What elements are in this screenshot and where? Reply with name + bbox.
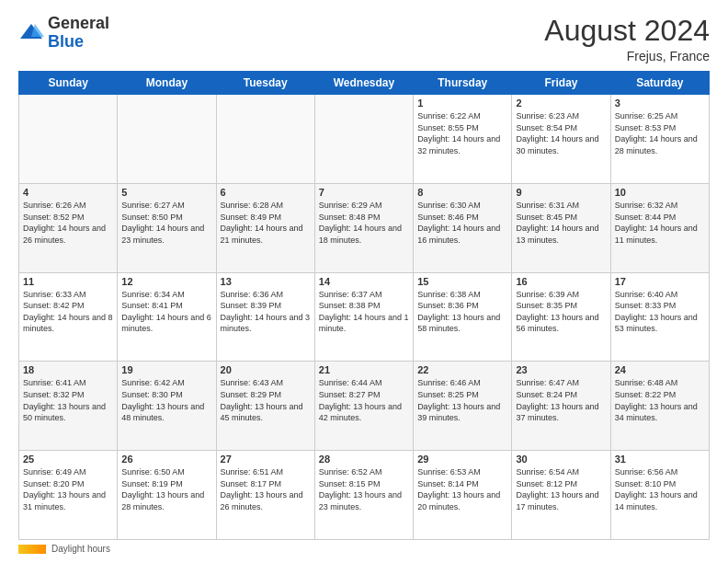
- day-info: Sunrise: 6:34 AM Sunset: 8:41 PM Dayligh…: [121, 289, 211, 335]
- calendar-cell: 20Sunrise: 6:43 AM Sunset: 8:29 PM Dayli…: [216, 362, 314, 451]
- day-number: 31: [615, 454, 705, 465]
- day-info: Sunrise: 6:30 AM Sunset: 8:46 PM Dayligh…: [417, 200, 507, 246]
- calendar-week-row: 18Sunrise: 6:41 AM Sunset: 8:32 PM Dayli…: [19, 362, 710, 451]
- calendar-cell: [314, 95, 413, 184]
- day-number: 22: [417, 364, 507, 375]
- day-info: Sunrise: 6:26 AM Sunset: 8:52 PM Dayligh…: [23, 200, 113, 246]
- day-number: 11: [23, 276, 113, 287]
- day-info: Sunrise: 6:52 AM Sunset: 8:15 PM Dayligh…: [319, 466, 409, 512]
- day-number: 7: [319, 187, 409, 198]
- calendar-cell: 11Sunrise: 6:33 AM Sunset: 8:42 PM Dayli…: [19, 272, 118, 362]
- day-info: Sunrise: 6:56 AM Sunset: 8:10 PM Dayligh…: [615, 466, 705, 512]
- calendar-cell: 2Sunrise: 6:23 AM Sunset: 8:54 PM Daylig…: [512, 95, 610, 184]
- day-number: 24: [615, 364, 705, 375]
- calendar-cell: 18Sunrise: 6:41 AM Sunset: 8:32 PM Dayli…: [19, 362, 118, 451]
- day-number: 23: [516, 364, 606, 375]
- footer: Daylight hours: [18, 544, 710, 554]
- day-number: 26: [121, 454, 211, 465]
- day-number: 5: [121, 187, 211, 198]
- calendar-cell: 12Sunrise: 6:34 AM Sunset: 8:41 PM Dayli…: [118, 272, 216, 362]
- calendar-week-row: 1Sunrise: 6:22 AM Sunset: 8:55 PM Daylig…: [19, 95, 710, 184]
- day-number: 15: [417, 276, 507, 287]
- calendar-cell: 9Sunrise: 6:31 AM Sunset: 8:45 PM Daylig…: [512, 183, 610, 272]
- day-number: 17: [615, 276, 705, 287]
- calendar-cell: 31Sunrise: 6:56 AM Sunset: 8:10 PM Dayli…: [610, 451, 709, 540]
- day-info: Sunrise: 6:41 AM Sunset: 8:32 PM Dayligh…: [23, 377, 113, 423]
- day-number: 18: [23, 364, 113, 375]
- day-number: 16: [516, 276, 606, 287]
- calendar-cell: 16Sunrise: 6:39 AM Sunset: 8:35 PM Dayli…: [512, 272, 610, 362]
- day-info: Sunrise: 6:54 AM Sunset: 8:12 PM Dayligh…: [516, 466, 606, 512]
- day-info: Sunrise: 6:38 AM Sunset: 8:36 PM Dayligh…: [417, 289, 507, 335]
- month-year: August 2024: [544, 15, 710, 47]
- calendar-cell: 30Sunrise: 6:54 AM Sunset: 8:12 PM Dayli…: [512, 451, 610, 540]
- logo: General Blue: [18, 15, 109, 52]
- calendar-cell: 24Sunrise: 6:48 AM Sunset: 8:22 PM Dayli…: [610, 362, 709, 451]
- day-number: 4: [23, 187, 113, 198]
- day-number: 30: [516, 454, 606, 465]
- day-info: Sunrise: 6:42 AM Sunset: 8:30 PM Dayligh…: [121, 377, 211, 423]
- day-info: Sunrise: 6:28 AM Sunset: 8:49 PM Dayligh…: [221, 200, 311, 246]
- calendar-cell: [19, 95, 118, 184]
- day-number: 21: [319, 364, 409, 375]
- day-info: Sunrise: 6:36 AM Sunset: 8:39 PM Dayligh…: [221, 289, 311, 335]
- calendar-cell: 28Sunrise: 6:52 AM Sunset: 8:15 PM Dayli…: [314, 451, 413, 540]
- location: Frejus, France: [544, 49, 710, 63]
- day-info: Sunrise: 6:47 AM Sunset: 8:24 PM Dayligh…: [516, 377, 606, 423]
- day-number: 19: [121, 364, 211, 375]
- day-info: Sunrise: 6:43 AM Sunset: 8:29 PM Dayligh…: [221, 377, 311, 423]
- day-info: Sunrise: 6:53 AM Sunset: 8:14 PM Dayligh…: [417, 466, 507, 512]
- calendar-cell: 10Sunrise: 6:32 AM Sunset: 8:44 PM Dayli…: [610, 183, 709, 272]
- day-number: 27: [221, 454, 311, 465]
- calendar-cell: 3Sunrise: 6:25 AM Sunset: 8:53 PM Daylig…: [610, 95, 709, 184]
- day-info: Sunrise: 6:25 AM Sunset: 8:53 PM Dayligh…: [615, 110, 705, 156]
- calendar-cell: 27Sunrise: 6:51 AM Sunset: 8:17 PM Dayli…: [216, 451, 314, 540]
- day-info: Sunrise: 6:29 AM Sunset: 8:48 PM Dayligh…: [319, 200, 409, 246]
- day-info: Sunrise: 6:32 AM Sunset: 8:44 PM Dayligh…: [615, 200, 705, 246]
- logo-icon: [18, 20, 44, 46]
- calendar-week-row: 11Sunrise: 6:33 AM Sunset: 8:42 PM Dayli…: [19, 272, 710, 362]
- day-number: 14: [319, 276, 409, 287]
- day-info: Sunrise: 6:37 AM Sunset: 8:38 PM Dayligh…: [319, 289, 409, 335]
- day-info: Sunrise: 6:27 AM Sunset: 8:50 PM Dayligh…: [121, 200, 211, 246]
- calendar-cell: 19Sunrise: 6:42 AM Sunset: 8:30 PM Dayli…: [118, 362, 216, 451]
- calendar-cell: 6Sunrise: 6:28 AM Sunset: 8:49 PM Daylig…: [216, 183, 314, 272]
- day-info: Sunrise: 6:46 AM Sunset: 8:25 PM Dayligh…: [417, 377, 507, 423]
- calendar-cell: 5Sunrise: 6:27 AM Sunset: 8:50 PM Daylig…: [118, 183, 216, 272]
- svg-marker-1: [31, 24, 44, 37]
- daylight-label: Daylight hours: [51, 544, 110, 554]
- day-number: 1: [417, 98, 507, 109]
- calendar-cell: 25Sunrise: 6:49 AM Sunset: 8:20 PM Dayli…: [19, 451, 118, 540]
- day-info: Sunrise: 6:33 AM Sunset: 8:42 PM Dayligh…: [23, 289, 113, 335]
- day-info: Sunrise: 6:22 AM Sunset: 8:55 PM Dayligh…: [417, 110, 507, 156]
- calendar-header-tuesday: Tuesday: [216, 72, 314, 95]
- calendar-cell: 22Sunrise: 6:46 AM Sunset: 8:25 PM Dayli…: [414, 362, 512, 451]
- day-number: 10: [615, 187, 705, 198]
- calendar-cell: 14Sunrise: 6:37 AM Sunset: 8:38 PM Dayli…: [314, 272, 413, 362]
- day-info: Sunrise: 6:50 AM Sunset: 8:19 PM Dayligh…: [121, 466, 211, 512]
- calendar-cell: 13Sunrise: 6:36 AM Sunset: 8:39 PM Dayli…: [216, 272, 314, 362]
- day-info: Sunrise: 6:40 AM Sunset: 8:33 PM Dayligh…: [615, 289, 705, 335]
- calendar-header-wednesday: Wednesday: [314, 72, 413, 95]
- day-number: 13: [221, 276, 311, 287]
- calendar-week-row: 4Sunrise: 6:26 AM Sunset: 8:52 PM Daylig…: [19, 183, 710, 272]
- day-number: 3: [615, 98, 705, 109]
- day-number: 20: [221, 364, 311, 375]
- calendar-week-row: 25Sunrise: 6:49 AM Sunset: 8:20 PM Dayli…: [19, 451, 710, 540]
- day-info: Sunrise: 6:23 AM Sunset: 8:54 PM Dayligh…: [516, 110, 606, 156]
- day-number: 8: [417, 187, 507, 198]
- calendar-cell: 8Sunrise: 6:30 AM Sunset: 8:46 PM Daylig…: [414, 183, 512, 272]
- calendar-cell: 29Sunrise: 6:53 AM Sunset: 8:14 PM Dayli…: [414, 451, 512, 540]
- day-info: Sunrise: 6:44 AM Sunset: 8:27 PM Dayligh…: [319, 377, 409, 423]
- day-info: Sunrise: 6:51 AM Sunset: 8:17 PM Dayligh…: [221, 466, 311, 512]
- calendar-header-monday: Monday: [118, 72, 216, 95]
- calendar-header-thursday: Thursday: [414, 72, 512, 95]
- logo-text: General Blue: [48, 15, 109, 52]
- daylight-bar-icon: [18, 545, 46, 554]
- calendar-cell: 23Sunrise: 6:47 AM Sunset: 8:24 PM Dayli…: [512, 362, 610, 451]
- day-number: 2: [516, 98, 606, 109]
- calendar-header-row: SundayMondayTuesdayWednesdayThursdayFrid…: [19, 72, 710, 95]
- day-number: 9: [516, 187, 606, 198]
- day-number: 6: [221, 187, 311, 198]
- page: General Blue August 2024 Frejus, France …: [0, 0, 728, 563]
